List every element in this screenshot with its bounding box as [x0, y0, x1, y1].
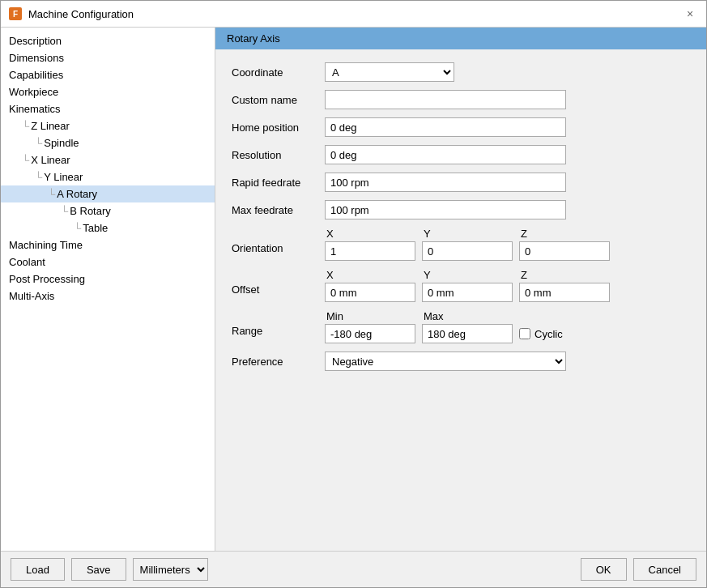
coordinate-row: Coordinate A B C — [232, 62, 690, 82]
window-title: Machine Configuration — [28, 8, 134, 20]
sidebar-item-workpiece[interactable]: Workpiece — [1, 83, 215, 100]
range-row: Range Min Max Cyclic — [232, 310, 690, 343]
sidebar-item-machining-time[interactable]: Machining Time — [1, 236, 215, 254]
sidebar-label-machining-time: Machining Time — [9, 239, 83, 251]
sidebar-item-spindle[interactable]: └ Spindle — [1, 134, 215, 151]
sidebar-label-table: Table — [83, 222, 108, 234]
orientation-z-label: Z — [519, 228, 616, 240]
sidebar-item-coolant[interactable]: Coolant — [1, 254, 215, 271]
resolution-input[interactable] — [325, 145, 566, 164]
offset-xyz-group: X Y Z — [325, 269, 616, 302]
rapid-feedrate-input[interactable] — [325, 173, 566, 192]
sidebar-label-workpiece: Workpiece — [9, 86, 58, 98]
rapid-feedrate-row: Rapid feedrate — [232, 173, 690, 192]
sidebar-label-dimensions: Dimensions — [9, 52, 64, 64]
sidebar-label-z-linear: Z Linear — [31, 120, 70, 132]
orientation-x-label: X — [325, 228, 422, 240]
sidebar-item-multi-axis[interactable]: Multi-Axis — [1, 288, 215, 305]
offset-x-input[interactable] — [325, 283, 415, 302]
form-area: Coordinate A B C Custom name Home positi… — [215, 62, 706, 371]
orientation-xyz-group: X Y Z — [325, 228, 616, 261]
range-min-label: Min — [325, 310, 422, 322]
resolution-row: Resolution — [232, 145, 690, 164]
sidebar-label-description: Description — [9, 35, 62, 47]
coordinate-label: Coordinate — [232, 66, 325, 79]
offset-y-label: Y — [422, 269, 519, 281]
units-select[interactable]: Millimeters Inches — [133, 558, 208, 581]
offset-xyz-inputs — [325, 283, 616, 302]
sidebar-label-spindle: Spindle — [44, 137, 79, 149]
cyclic-checkbox[interactable] — [519, 328, 530, 339]
cancel-button[interactable]: Cancel — [633, 558, 696, 581]
max-feedrate-label: Max feedrate — [232, 204, 325, 216]
sidebar: Description Dimensions Capabilities Work… — [1, 28, 215, 551]
preference-select[interactable]: Negative Positive Shortest — [325, 352, 566, 371]
offset-x-label: X — [325, 269, 422, 281]
app-icon: F — [9, 7, 22, 20]
offset-y-input[interactable] — [422, 283, 513, 302]
sidebar-item-y-linear[interactable]: └ Y Linear — [1, 168, 215, 185]
range-labels: Min Max — [325, 310, 563, 322]
sidebar-label-multi-axis: Multi-Axis — [9, 290, 54, 302]
orientation-row: Orientation X Y Z — [232, 228, 690, 261]
offset-xyz-labels: X Y Z — [325, 269, 616, 281]
offset-row: Offset X Y Z — [232, 269, 690, 302]
title-bar-left: F Machine Configuration — [9, 7, 134, 20]
cyclic-group: Cyclic — [519, 328, 563, 340]
sidebar-item-capabilities[interactable]: Capabilities — [1, 66, 215, 83]
ok-button[interactable]: OK — [581, 558, 627, 581]
range-group: Min Max Cyclic — [325, 310, 563, 343]
footer: Load Save Millimeters Inches OK Cancel — [1, 551, 706, 587]
home-position-row: Home position — [232, 117, 690, 137]
sidebar-item-b-rotary[interactable]: └ B Rotary — [1, 202, 215, 219]
title-bar: F Machine Configuration × — [1, 1, 706, 28]
sidebar-item-a-rotary[interactable]: └ A Rotary — [1, 185, 215, 202]
range-max-input[interactable] — [422, 324, 513, 343]
panel-header: Rotary Axis — [215, 28, 706, 49]
sidebar-label-x-linear: X Linear — [31, 154, 70, 166]
sidebar-item-table[interactable]: └ Table — [1, 219, 215, 236]
orientation-x-input[interactable] — [325, 241, 415, 261]
custom-name-label: Custom name — [232, 94, 325, 106]
sidebar-label-coolant: Coolant — [9, 256, 45, 268]
coordinate-select[interactable]: A B C — [325, 62, 454, 82]
sidebar-item-kinematics[interactable]: Kinematics — [1, 100, 215, 117]
sidebar-label-kinematics: Kinematics — [9, 103, 61, 115]
custom-name-row: Custom name — [232, 90, 690, 109]
preference-label: Preference — [232, 356, 325, 368]
resolution-label: Resolution — [232, 149, 325, 161]
orientation-y-label: Y — [422, 228, 519, 240]
main-content: Description Dimensions Capabilities Work… — [1, 28, 706, 551]
sidebar-label-b-rotary: B Rotary — [70, 205, 111, 217]
range-min-input[interactable] — [325, 324, 415, 343]
sidebar-item-x-linear[interactable]: └ X Linear — [1, 151, 215, 168]
offset-z-input[interactable] — [519, 283, 610, 302]
sidebar-item-description[interactable]: Description — [1, 32, 215, 49]
range-label: Range — [232, 310, 325, 337]
main-window: F Machine Configuration × Description Di… — [0, 0, 707, 588]
range-max-label: Max — [422, 310, 519, 322]
sidebar-label-a-rotary: A Rotary — [57, 188, 97, 200]
close-button[interactable]: × — [682, 6, 698, 22]
cyclic-label: Cyclic — [535, 328, 563, 340]
orientation-y-input[interactable] — [422, 241, 513, 261]
orientation-label: Orientation — [232, 228, 325, 254]
max-feedrate-row: Max feedrate — [232, 200, 690, 219]
rapid-feedrate-label: Rapid feedrate — [232, 177, 325, 189]
sidebar-item-post-processing[interactable]: Post Processing — [1, 271, 215, 288]
sidebar-label-post-processing: Post Processing — [9, 273, 85, 285]
home-position-input[interactable] — [325, 117, 566, 137]
range-inputs: Cyclic — [325, 324, 563, 343]
orientation-z-input[interactable] — [519, 241, 610, 261]
max-feedrate-input[interactable] — [325, 200, 566, 219]
sidebar-item-dimensions[interactable]: Dimensions — [1, 49, 215, 66]
offset-label: Offset — [232, 269, 325, 296]
load-button[interactable]: Load — [11, 558, 65, 581]
custom-name-input[interactable] — [325, 90, 566, 109]
sidebar-item-z-linear[interactable]: └ Z Linear — [1, 117, 215, 134]
footer-right: OK Cancel — [581, 558, 696, 581]
preference-row: Preference Negative Positive Shortest — [232, 352, 690, 371]
save-button[interactable]: Save — [71, 558, 126, 581]
orientation-xyz-labels: X Y Z — [325, 228, 616, 240]
sidebar-label-y-linear: Y Linear — [44, 171, 83, 183]
